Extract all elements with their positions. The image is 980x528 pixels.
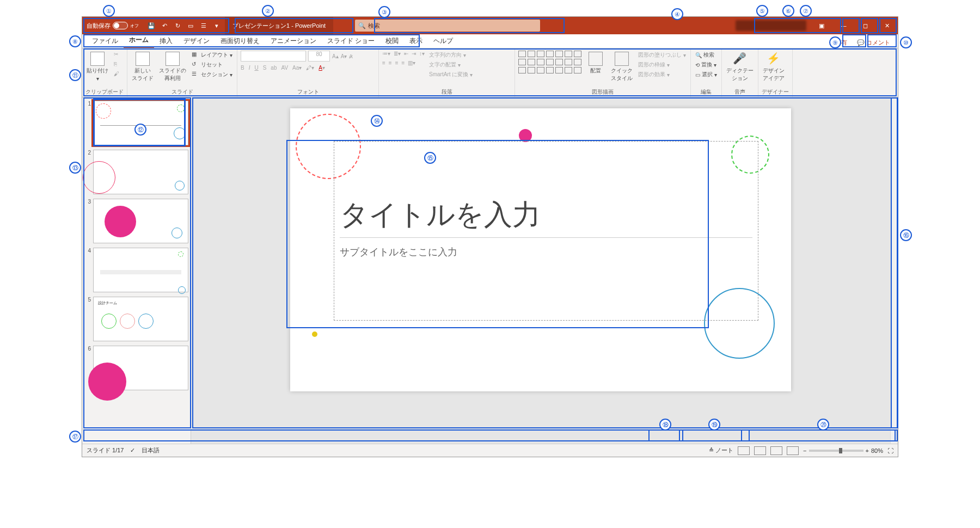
tab-home[interactable]: ホーム (124, 33, 154, 48)
tab-file[interactable]: ファイル (87, 34, 124, 48)
replace-button[interactable]: ⟲ 置換 ▾ (694, 60, 718, 69)
subtitle-text[interactable]: サブタイトルをここに入力 (340, 245, 752, 259)
bullets-icon[interactable]: ≔▾ (382, 51, 390, 57)
thumbnail-2[interactable] (93, 150, 188, 194)
touch-mode-icon[interactable]: ☰ (199, 21, 209, 30)
vertical-scrollbar[interactable] (890, 97, 898, 444)
font-color-button[interactable]: A▾ (318, 65, 325, 71)
indent-dec-icon[interactable]: ⇤ (404, 51, 408, 57)
thumbnail-1[interactable] (93, 101, 188, 145)
zoom-slider[interactable]: − + 80% (803, 447, 883, 454)
title-text[interactable]: タイトルを入力 (340, 196, 752, 238)
find-button[interactable]: 🔍 検索 (694, 51, 718, 59)
reuse-slide-button[interactable]: スライドの 再利用 (158, 51, 187, 83)
title-placeholder[interactable]: タイトルを入力 サブタイトルをここに入力 (334, 141, 758, 321)
slide-counter[interactable]: スライド 1/17 (87, 446, 124, 455)
callout-2: ② (262, 5, 274, 17)
increase-font-icon[interactable]: A▴ (332, 53, 339, 59)
section-button[interactable]: ☰セクション ▾ (191, 70, 234, 79)
shadow-button[interactable]: ab (271, 65, 277, 71)
tab-review[interactable]: 校閲 (380, 34, 404, 48)
thumbnail-5[interactable]: 設計チーム (93, 297, 188, 341)
minimize-icon[interactable]: — (832, 17, 854, 34)
clear-format-icon[interactable]: A̷ (349, 53, 353, 59)
font-size-dropdown[interactable]: 80 (308, 51, 330, 62)
text-align-button[interactable]: 文字の配置 ▾ (428, 60, 474, 69)
tab-transitions[interactable]: 画面切り替え (215, 34, 265, 48)
redo-icon[interactable]: ↻ (173, 21, 182, 30)
strike-button[interactable]: S (263, 65, 267, 71)
underline-button[interactable]: U (254, 65, 258, 71)
slideshow-view-icon[interactable] (787, 446, 799, 455)
numbering-icon[interactable]: ≣▾ (394, 51, 401, 57)
save-icon[interactable]: 💾 (146, 21, 156, 30)
format-painter-button[interactable]: 🖌 (113, 70, 122, 79)
spell-check-icon[interactable]: ✓ (130, 447, 135, 454)
design-ideas-button[interactable]: ⚡デザイン アイデア (762, 51, 786, 83)
shape-outline-button[interactable]: 図形の枠線 ▾ (637, 60, 687, 69)
dictate-button[interactable]: 🎤ディクテー ション (725, 51, 755, 83)
tab-view[interactable]: 表示 (404, 34, 428, 48)
sorter-view-icon[interactable] (754, 446, 766, 455)
align-right-icon[interactable]: ≡ (395, 60, 399, 66)
new-slide-button[interactable]: 新しい スライド (131, 51, 155, 83)
ribbon-display-icon[interactable]: ▣ (811, 17, 832, 34)
search-box[interactable]: 🔍 検索 (355, 20, 540, 32)
shape-effects-button[interactable]: 図形の効果 ▾ (637, 70, 687, 79)
text-direction-button[interactable]: 文字列の方向 ▾ (428, 51, 474, 59)
from-beginning-icon[interactable]: ▭ (186, 21, 195, 30)
language-status[interactable]: 日本語 (142, 446, 160, 455)
tab-help[interactable]: ヘルプ (428, 34, 458, 48)
align-center-icon[interactable]: ≡ (389, 60, 392, 66)
font-family-dropdown[interactable] (241, 51, 306, 62)
close-icon[interactable]: ✕ (876, 17, 898, 34)
undo-icon[interactable]: ↶ (160, 21, 169, 30)
tab-animations[interactable]: アニメーション (265, 34, 322, 48)
align-left-icon[interactable]: ≡ (382, 60, 385, 66)
case-button[interactable]: Aa▾ (292, 65, 302, 71)
quick-style-button[interactable]: クイック スタイル (610, 51, 634, 83)
copy-button[interactable]: ⎘ (113, 60, 122, 69)
zoom-in-icon[interactable]: + (866, 447, 869, 454)
thumbnail-4[interactable] (93, 248, 188, 292)
tab-slideshow[interactable]: スライド ショー (322, 34, 380, 48)
cut-button[interactable]: ✂ (113, 51, 122, 59)
select-button[interactable]: ▭ 選択 ▾ (694, 70, 718, 79)
zoom-out-icon[interactable]: − (803, 447, 806, 454)
justify-icon[interactable]: ≡ (402, 60, 405, 66)
spacing-button[interactable]: AV (281, 65, 288, 71)
thumbnail-6[interactable] (93, 346, 188, 390)
comment-icon: 💬 (857, 39, 865, 46)
reset-button[interactable]: ↺リセット (191, 60, 234, 69)
arrange-button[interactable]: 配置 (585, 51, 607, 76)
autosave-toggle[interactable]: 自動保存 オフ (82, 22, 143, 30)
indent-inc-icon[interactable]: ⇥ (412, 51, 416, 57)
thumbnail-3[interactable] (93, 199, 188, 243)
line-spacing-icon[interactable]: ↕▾ (419, 51, 425, 57)
maximize-icon[interactable]: ◻ (854, 17, 876, 34)
layout-button[interactable]: ▦レイアウト ▾ (191, 51, 234, 59)
fit-window-icon[interactable]: ⛶ (887, 447, 893, 454)
comments-button[interactable]: 💬コメント (854, 38, 893, 48)
slide-canvas[interactable]: タイトルを入力 サブタイトルをここに入力 (191, 97, 890, 444)
shape-fill-button[interactable]: 図形の塗りつぶし ▾ (637, 51, 687, 59)
italic-button[interactable]: I (249, 65, 250, 71)
notes-button[interactable]: ≙ ノート (709, 446, 733, 455)
reading-view-icon[interactable] (770, 446, 782, 455)
normal-view-icon[interactable] (738, 446, 750, 455)
decrease-font-icon[interactable]: A▾ (341, 53, 347, 59)
smartart-button[interactable]: SmartArt に変換 ▾ (428, 70, 474, 79)
qat-more-icon[interactable]: ▾ (212, 21, 222, 30)
columns-icon[interactable]: ▥▾ (408, 60, 415, 66)
bold-button[interactable]: B (241, 65, 244, 71)
zoom-value[interactable]: 80% (871, 447, 883, 454)
workspace: 1 2 3 4 5 設計チーム (82, 97, 898, 444)
shapes-gallery[interactable] (518, 51, 581, 73)
paste-button[interactable]: 貼り付け▾ (85, 51, 109, 83)
tab-design[interactable]: デザイン (178, 34, 215, 48)
tab-insert[interactable]: 挿入 (154, 34, 178, 48)
user-account[interactable] (736, 20, 806, 31)
callout-17: ⑰ (69, 431, 81, 443)
reset-icon: ↺ (192, 61, 199, 69)
highlight-button[interactable]: 🖍▾ (306, 65, 314, 71)
